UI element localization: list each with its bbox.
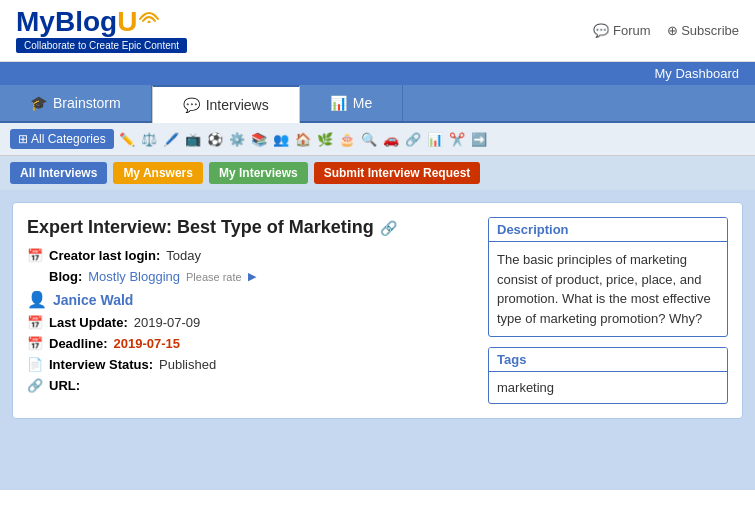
tab-me[interactable]: 📊 Me — [300, 85, 403, 121]
description-box: Description The basic principles of mark… — [488, 217, 728, 337]
url-row: 🔗 URL: — [27, 378, 472, 393]
chat-icon: 💬 — [593, 23, 609, 38]
all-interviews-button[interactable]: All Interviews — [10, 162, 107, 184]
books-icon[interactable]: 📚 — [250, 130, 268, 148]
url-icon: 🔗 — [27, 378, 43, 393]
my-answers-button[interactable]: My Answers — [113, 162, 203, 184]
deadline-value: 2019-07-15 — [114, 336, 181, 351]
logo-u: U — [117, 6, 137, 37]
please-rate-text: Please rate — [186, 271, 242, 283]
link-icon[interactable]: 🔗 — [404, 130, 422, 148]
deadline-calendar-icon: 📅 — [27, 336, 43, 351]
tabs-bar: 🎓 Brainstorm 💬 Interviews 📊 Me — [0, 85, 755, 123]
calendar-icon: 📅 — [27, 248, 43, 263]
tv-icon[interactable]: 📺 — [184, 130, 202, 148]
arrow-icon[interactable]: ➡️ — [470, 130, 488, 148]
sports-icon[interactable]: ⚽ — [206, 130, 224, 148]
interview-right-panel: Description The basic principles of mark… — [488, 217, 728, 404]
svg-point-0 — [148, 21, 151, 24]
user-icon: 👤 — [27, 290, 47, 309]
logo-blog: Blog — [55, 6, 117, 37]
logo-my: My — [16, 6, 55, 37]
tab-interviews[interactable]: 💬 Interviews — [152, 85, 300, 123]
cake-icon[interactable]: 🎂 — [338, 130, 356, 148]
my-interviews-button[interactable]: My Interviews — [209, 162, 308, 184]
interviews-icon: 💬 — [183, 97, 200, 113]
gear-icon[interactable]: ⚙️ — [228, 130, 246, 148]
me-icon: 📊 — [330, 95, 347, 111]
deadline-row: 📅 Deadline: 2019-07-15 — [27, 336, 472, 351]
chain-link-icon: 🔗 — [380, 220, 397, 236]
category-toolbar: ⊞ All Categories ✏️ ⚖️ 🖊️ 📺 ⚽ ⚙️ 📚 👥 🏠 🌿… — [0, 123, 755, 156]
blog-row: Blog: Mostly Blogging Please rate ▶ — [27, 269, 472, 284]
interview-card: Expert Interview: Best Type of Marketing… — [12, 202, 743, 419]
creator-login-row: 📅 Creator last login: Today — [27, 248, 472, 263]
scissors-icon[interactable]: ✂️ — [448, 130, 466, 148]
home-icon[interactable]: 🏠 — [294, 130, 312, 148]
logo-text: MyBlogU — [16, 8, 160, 36]
forum-link[interactable]: 💬 Forum — [593, 23, 650, 38]
edit-icon[interactable]: 🖊️ — [162, 130, 180, 148]
tab-brainstorm[interactable]: 🎓 Brainstorm — [0, 85, 152, 121]
wifi-signal-icon — [138, 5, 160, 23]
logo-tagline: Collaborate to Create Epic Content — [16, 38, 187, 53]
status-icon: 📄 — [27, 357, 43, 372]
subscribe-link[interactable]: ⊕ Subscribe — [667, 23, 739, 38]
brainstorm-icon: 🎓 — [30, 95, 47, 111]
pencil-icon[interactable]: ✏️ — [118, 130, 136, 148]
description-body: The basic principles of marketing consis… — [489, 242, 727, 336]
rate-arrow-icon: ▶ — [248, 270, 256, 283]
car-icon[interactable]: 🚗 — [382, 130, 400, 148]
filter-bar: All Interviews My Answers My Interviews … — [0, 156, 755, 190]
all-categories-button[interactable]: ⊞ All Categories — [10, 129, 114, 149]
tags-box: Tags marketing — [488, 347, 728, 404]
grid-icon: ⊞ — [18, 132, 28, 146]
dashboard-link[interactable]: My Dashboard — [654, 66, 739, 81]
scale-icon[interactable]: ⚖️ — [140, 130, 158, 148]
leaf-icon[interactable]: 🌿 — [316, 130, 334, 148]
chart-icon[interactable]: 📊 — [426, 130, 444, 148]
author-row: 👤 Janice Wald — [27, 290, 472, 309]
tags-header: Tags — [489, 348, 727, 372]
submit-interview-request-button[interactable]: Submit Interview Request — [314, 162, 481, 184]
update-calendar-icon: 📅 — [27, 315, 43, 330]
interview-details: Expert Interview: Best Type of Marketing… — [27, 217, 472, 404]
header-nav: 💬 Forum ⊕ Subscribe — [593, 23, 739, 38]
status-row: 📄 Interview Status: Published — [27, 357, 472, 372]
description-header: Description — [489, 218, 727, 242]
main-content: Expert Interview: Best Type of Marketing… — [0, 190, 755, 490]
search-icon[interactable]: 🔍 — [360, 130, 378, 148]
blog-link[interactable]: Mostly Blogging — [88, 269, 180, 284]
top-nav-bar: My Dashboard — [0, 62, 755, 85]
subscribe-icon: ⊕ — [667, 23, 678, 38]
people-icon[interactable]: 👥 — [272, 130, 290, 148]
logo: MyBlogU Collaborate to Create Epic Conte… — [16, 8, 187, 53]
tags-body: marketing — [489, 372, 727, 403]
author-link[interactable]: Janice Wald — [53, 292, 133, 308]
last-update-row: 📅 Last Update: 2019-07-09 — [27, 315, 472, 330]
interview-title: Expert Interview: Best Type of Marketing… — [27, 217, 472, 238]
site-header: MyBlogU Collaborate to Create Epic Conte… — [0, 0, 755, 62]
